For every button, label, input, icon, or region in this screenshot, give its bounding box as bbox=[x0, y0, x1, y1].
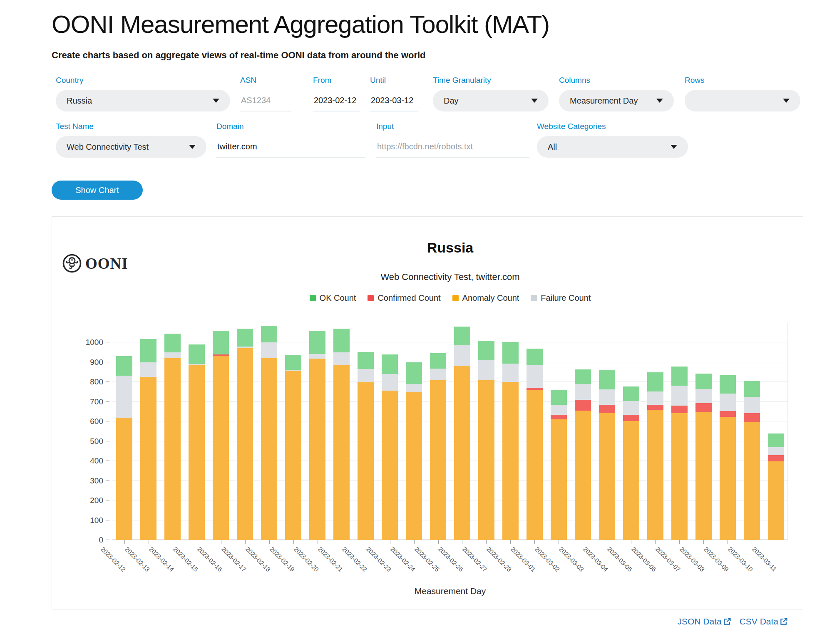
from-date-input[interactable] bbox=[313, 90, 360, 111]
bar-2023-03-08[interactable] bbox=[695, 374, 712, 540]
bar-segment-failure-count[interactable] bbox=[189, 364, 205, 365]
bar-segment-ok-count[interactable] bbox=[333, 329, 350, 352]
bar-segment-failure-count[interactable] bbox=[575, 384, 591, 400]
bar-2023-02-23[interactable] bbox=[382, 354, 398, 540]
bar-segment-confirmed-count[interactable] bbox=[720, 411, 736, 417]
bar-segment-ok-count[interactable] bbox=[551, 390, 567, 405]
asn-input[interactable] bbox=[240, 90, 291, 111]
bar-2023-02-27[interactable] bbox=[478, 341, 494, 540]
bar-segment-anomaly-count[interactable] bbox=[237, 348, 253, 540]
bar-segment-ok-count[interactable] bbox=[285, 355, 301, 370]
legend-item-failure-count[interactable]: Failure Count bbox=[531, 293, 591, 303]
bar-segment-confirmed-count[interactable] bbox=[213, 354, 229, 356]
bar-2023-02-16[interactable] bbox=[213, 331, 229, 540]
bar-segment-anomaly-count[interactable] bbox=[309, 359, 325, 540]
bar-segment-failure-count[interactable] bbox=[237, 347, 253, 348]
bar-2023-02-14[interactable] bbox=[164, 334, 181, 540]
input-url-input[interactable] bbox=[376, 136, 529, 158]
bar-segment-confirmed-count[interactable] bbox=[695, 403, 712, 413]
bar-segment-failure-count[interactable] bbox=[551, 405, 567, 415]
bar-segment-confirmed-count[interactable] bbox=[671, 406, 688, 414]
bar-segment-ok-count[interactable] bbox=[502, 342, 519, 364]
bar-segment-failure-count[interactable] bbox=[406, 384, 422, 392]
bar-segment-anomaly-count[interactable] bbox=[454, 366, 470, 540]
bar-2023-03-04[interactable] bbox=[599, 370, 615, 540]
json-data-link[interactable]: JSON Data bbox=[677, 617, 731, 627]
bar-segment-confirmed-count[interactable] bbox=[551, 415, 567, 419]
bar-segment-ok-count[interactable] bbox=[309, 331, 325, 354]
bar-segment-confirmed-count[interactable] bbox=[623, 415, 639, 421]
bar-segment-ok-count[interactable] bbox=[744, 381, 760, 397]
legend-item-anomaly-count[interactable]: Anomaly Count bbox=[452, 293, 519, 303]
bar-segment-anomaly-count[interactable] bbox=[623, 421, 639, 540]
bar-segment-anomaly-count[interactable] bbox=[768, 461, 784, 540]
bar-segment-confirmed-count[interactable] bbox=[527, 388, 543, 390]
bar-segment-failure-count[interactable] bbox=[358, 369, 374, 382]
bar-2023-03-05[interactable] bbox=[623, 386, 639, 540]
bar-segment-confirmed-count[interactable] bbox=[647, 405, 663, 409]
bar-segment-failure-count[interactable] bbox=[695, 389, 712, 403]
bar-2023-03-09[interactable] bbox=[720, 375, 736, 540]
legend-item-ok-count[interactable]: OK Count bbox=[310, 293, 356, 303]
bar-segment-ok-count[interactable] bbox=[575, 369, 591, 384]
bar-segment-ok-count[interactable] bbox=[720, 375, 736, 394]
bar-segment-anomaly-count[interactable] bbox=[647, 410, 663, 540]
bar-2023-02-15[interactable] bbox=[189, 344, 205, 540]
bar-segment-ok-count[interactable] bbox=[454, 327, 470, 345]
test-name-select[interactable]: Web Connectivity Test bbox=[56, 136, 206, 158]
bar-segment-failure-count[interactable] bbox=[116, 376, 132, 418]
bar-segment-ok-count[interactable] bbox=[261, 326, 277, 343]
bar-segment-ok-count[interactable] bbox=[478, 341, 494, 360]
bar-segment-anomaly-count[interactable] bbox=[551, 419, 567, 540]
legend-item-confirmed-count[interactable]: Confirmed Count bbox=[368, 293, 440, 303]
bar-segment-ok-count[interactable] bbox=[237, 329, 253, 347]
bar-segment-confirmed-count[interactable] bbox=[599, 405, 615, 413]
bar-2023-02-18[interactable] bbox=[261, 326, 277, 540]
bar-segment-failure-count[interactable] bbox=[478, 360, 494, 380]
bar-segment-failure-count[interactable] bbox=[647, 391, 663, 405]
country-select[interactable]: Russia bbox=[56, 90, 230, 111]
bar-segment-failure-count[interactable] bbox=[164, 352, 181, 358]
bar-segment-failure-count[interactable] bbox=[430, 369, 446, 380]
bar-2023-02-20[interactable] bbox=[309, 331, 325, 540]
bar-segment-anomaly-count[interactable] bbox=[695, 412, 712, 540]
bar-segment-anomaly-count[interactable] bbox=[527, 390, 543, 540]
show-chart-button[interactable]: Show Chart bbox=[52, 181, 143, 200]
bar-2023-03-03[interactable] bbox=[575, 369, 591, 540]
bar-2023-02-25[interactable] bbox=[430, 353, 446, 540]
bar-segment-anomaly-count[interactable] bbox=[478, 380, 494, 540]
bar-segment-ok-count[interactable] bbox=[358, 352, 374, 369]
time-granularity-select[interactable]: Day bbox=[433, 90, 549, 111]
bar-segment-anomaly-count[interactable] bbox=[382, 391, 398, 540]
bar-segment-failure-count[interactable] bbox=[140, 362, 156, 377]
bar-segment-failure-count[interactable] bbox=[309, 354, 325, 359]
bar-segment-anomaly-count[interactable] bbox=[599, 413, 615, 540]
bar-2023-02-24[interactable] bbox=[406, 362, 422, 540]
bar-segment-anomaly-count[interactable] bbox=[189, 365, 205, 540]
bar-segment-anomaly-count[interactable] bbox=[285, 371, 301, 540]
bar-2023-03-11[interactable] bbox=[768, 433, 784, 540]
bar-2023-02-12[interactable] bbox=[116, 356, 132, 540]
bar-segment-failure-count[interactable] bbox=[720, 394, 736, 411]
bar-segment-ok-count[interactable] bbox=[430, 353, 446, 369]
bar-2023-02-26[interactable] bbox=[454, 327, 470, 540]
bar-segment-ok-count[interactable] bbox=[647, 372, 663, 391]
columns-select[interactable]: Measurement Day bbox=[559, 90, 674, 111]
bar-2023-03-10[interactable] bbox=[744, 381, 760, 540]
bar-segment-failure-count[interactable] bbox=[768, 447, 784, 455]
bar-segment-failure-count[interactable] bbox=[502, 364, 519, 382]
bar-segment-ok-count[interactable] bbox=[140, 339, 156, 362]
bar-segment-ok-count[interactable] bbox=[671, 367, 688, 386]
bar-segment-ok-count[interactable] bbox=[189, 344, 205, 364]
bar-segment-anomaly-count[interactable] bbox=[213, 356, 229, 540]
bar-segment-ok-count[interactable] bbox=[623, 386, 639, 401]
bar-segment-failure-count[interactable] bbox=[285, 370, 301, 371]
bar-segment-failure-count[interactable] bbox=[623, 401, 639, 415]
bar-segment-failure-count[interactable] bbox=[261, 342, 277, 358]
bar-segment-ok-count[interactable] bbox=[382, 354, 398, 374]
bar-segment-anomaly-count[interactable] bbox=[140, 377, 156, 540]
bar-segment-ok-count[interactable] bbox=[164, 334, 181, 352]
bar-segment-confirmed-count[interactable] bbox=[768, 455, 784, 461]
bar-2023-02-22[interactable] bbox=[358, 352, 374, 540]
bar-segment-failure-count[interactable] bbox=[527, 365, 543, 388]
